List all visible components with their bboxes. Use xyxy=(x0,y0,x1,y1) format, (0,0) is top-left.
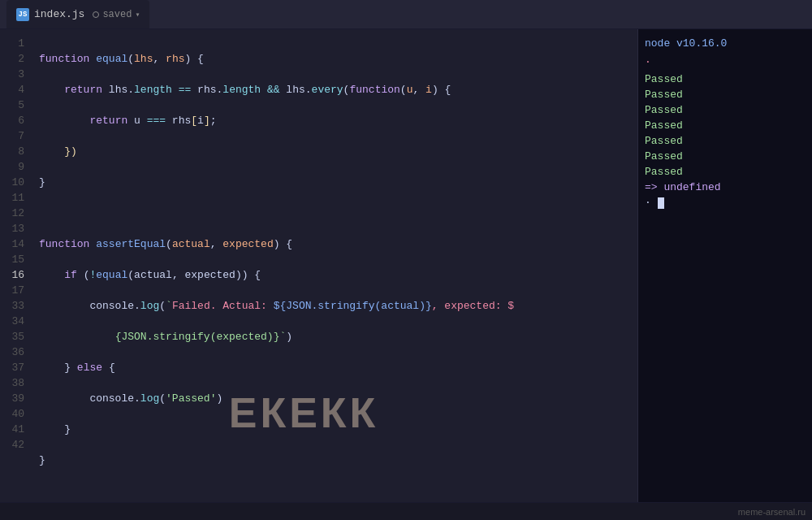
code-line-9b: {JSON.stringify(expected)}`) xyxy=(39,329,631,344)
terminal-result-7: Passed xyxy=(645,164,806,180)
file-icon: JS xyxy=(16,8,29,21)
terminal-undefined: => undefined xyxy=(645,180,806,195)
code-line-8: if (!equal(actual, expected)) { xyxy=(39,267,631,283)
terminal-result-2: Passed xyxy=(645,87,806,102)
code-line-6 xyxy=(39,206,631,221)
bottom-bar: meme-arsenal.ru xyxy=(0,502,812,520)
code-line-3: return u === rhs[i]; xyxy=(39,113,631,128)
terminal-result-5: Passed xyxy=(645,133,806,149)
terminal-prompt-line[interactable]: · xyxy=(645,195,806,210)
saved-dot-icon xyxy=(93,11,99,18)
terminal-result-3: Passed xyxy=(645,102,806,118)
code-scroll-container[interactable]: 1 2 3 4 5 6 7 8 9 10 11 12 13 14 15 16 1… xyxy=(0,29,637,502)
code-line-2: return lhs.length == rhs.length && lhs.e… xyxy=(39,82,631,98)
code-line-14 xyxy=(39,483,631,499)
terminal-cursor xyxy=(658,197,664,209)
terminal-node-version: node v10.16.0 xyxy=(645,36,806,51)
tab-index-js[interactable]: JS index.js saved ▾ xyxy=(6,0,149,28)
main-area: 1 2 3 4 5 6 7 8 9 10 11 12 13 14 15 16 1… xyxy=(0,29,812,502)
bottom-bar-text: meme-arsenal.ru xyxy=(738,507,806,517)
terminal-result-6: Passed xyxy=(645,149,806,164)
terminal-result-4: Passed xyxy=(645,118,806,133)
code-line-12: } xyxy=(39,422,631,437)
code-line-4: }) xyxy=(39,144,631,159)
tab-bar: JS index.js saved ▾ xyxy=(0,0,812,29)
tab-filename: index.js xyxy=(34,8,84,20)
tab-chevron-icon[interactable]: ▾ xyxy=(135,10,140,20)
terminal-result-1: Passed xyxy=(645,72,806,87)
code-line-10: } else { xyxy=(39,360,631,375)
tab-saved-status: saved ▾ xyxy=(93,9,140,20)
code-content[interactable]: function equal(lhs, rhs) { return lhs.le… xyxy=(32,29,637,502)
code-line-9: console.log(`Failed. Actual: ${JSON.stri… xyxy=(39,298,631,314)
code-editor[interactable]: 1 2 3 4 5 6 7 8 9 10 11 12 13 14 15 16 1… xyxy=(0,29,637,502)
saved-label: saved xyxy=(102,9,132,20)
code-line-1: function equal(lhs, rhs) { xyxy=(39,51,631,67)
code-line-5: } xyxy=(39,175,631,190)
code-line-7: function assertEqual(actual, expected) { xyxy=(39,236,631,252)
terminal-dot: · xyxy=(645,54,806,70)
code-line-13: } xyxy=(39,453,631,468)
line-numbers: 1 2 3 4 5 6 7 8 9 10 11 12 13 14 15 16 1… xyxy=(0,29,32,502)
code-line-11: console.log('Passed') xyxy=(39,391,631,406)
terminal-panel[interactable]: node v10.16.0 · Passed Passed Passed Pas… xyxy=(637,29,812,502)
